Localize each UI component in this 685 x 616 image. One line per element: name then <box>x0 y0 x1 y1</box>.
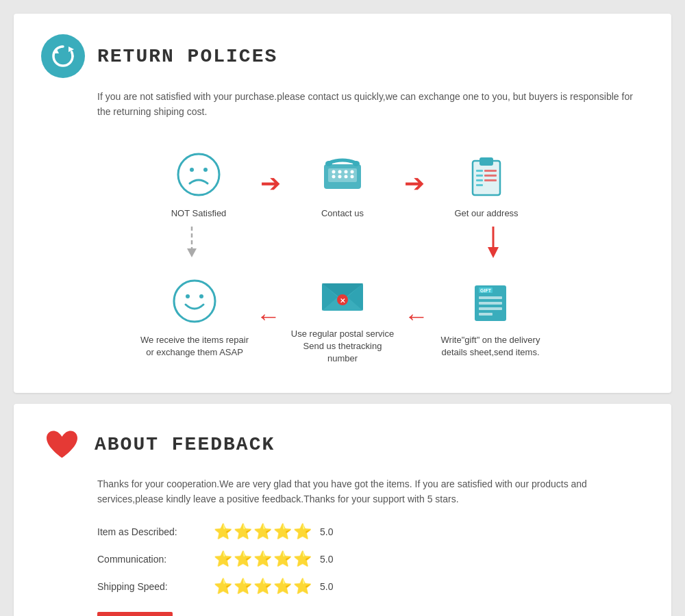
vertical-arrows-row <box>41 227 644 261</box>
get-address-label: Get our address <box>454 207 518 220</box>
svg-rect-22 <box>476 179 483 181</box>
ratings-table: Item as Described: ⭐ ⭐ ⭐ ⭐ ⭐ 5.0 Communi… <box>97 523 644 595</box>
submit-button[interactable]: Submit <box>97 612 173 616</box>
svg-rect-45 <box>479 307 502 310</box>
feedback-card: ABOUT FEEDBACK Thanks for your cooperati… <box>14 404 671 616</box>
score-shipping: 5.0 <box>320 581 333 592</box>
star-2: ⭐ <box>234 578 252 595</box>
star-4: ⭐ <box>273 550 292 568</box>
svg-point-14 <box>351 175 354 178</box>
star-3: ⭐ <box>253 550 272 568</box>
star-1: ⭐ <box>214 550 232 568</box>
svg-point-11 <box>332 175 336 178</box>
not-satisfied-item: NOT Satisfied <box>144 147 253 220</box>
stars-shipping: ⭐ ⭐ ⭐ ⭐ ⭐ <box>214 578 312 595</box>
star-4: ⭐ <box>273 523 292 541</box>
dashed-down-arrow <box>182 227 202 261</box>
feedback-header: ABOUT FEEDBACK <box>41 424 644 465</box>
rating-row-communication: Communication: ⭐ ⭐ ⭐ ⭐ ⭐ 5.0 <box>97 550 644 568</box>
postal-service-label: Use regular postal serviceSend us thetra… <box>288 328 397 365</box>
star-2: ⭐ <box>234 523 252 541</box>
svg-rect-24 <box>484 170 497 172</box>
submit-note: Thanks for your supportwith 5stars <box>186 613 280 616</box>
feedback-title: ABOUT FEEDBACK <box>95 434 275 455</box>
write-gift-label: Write"gift" on the deliverydetails sheet… <box>441 334 540 359</box>
flow-diagram: NOT Satisfied ➔ <box>41 140 644 372</box>
contact-us-label: Contact us <box>321 207 364 220</box>
return-header: RETURN POLICES <box>41 34 644 78</box>
phone-icon <box>315 147 370 202</box>
down-arrow-solid-col <box>438 227 548 261</box>
heart-icon <box>41 424 82 465</box>
rating-row-item-described: Item as Described: ⭐ ⭐ ⭐ ⭐ ⭐ 5.0 <box>97 523 644 541</box>
get-address-item: Get our address <box>432 147 541 220</box>
svg-point-4 <box>203 168 208 172</box>
svg-rect-17 <box>473 161 500 195</box>
star-4: ⭐ <box>273 578 292 595</box>
solid-down-arrow <box>483 227 503 261</box>
star-1: ⭐ <box>214 523 232 541</box>
clipboard-icon <box>459 147 514 202</box>
happy-face-icon <box>167 274 222 329</box>
svg-rect-44 <box>479 302 502 305</box>
write-gift-item: GIFT Write"gift" on the deliverydetails … <box>436 274 545 359</box>
return-description: If you are not satisfied with your purch… <box>97 89 644 120</box>
flow-row-2: We receive the items repairor exchange t… <box>41 268 644 365</box>
svg-point-32 <box>186 294 190 298</box>
score-item-described: 5.0 <box>320 526 333 537</box>
contact-us-item: Contact us <box>288 147 397 220</box>
svg-point-3 <box>190 168 194 172</box>
svg-rect-43 <box>479 296 502 299</box>
flow-row-1: NOT Satisfied ➔ <box>41 147 644 220</box>
svg-rect-21 <box>476 175 483 177</box>
arrow-left-2: ← <box>404 304 429 329</box>
arrow-right-2: ➔ <box>404 171 425 196</box>
svg-rect-20 <box>476 170 483 172</box>
stars-item-described: ⭐ ⭐ ⭐ ⭐ ⭐ <box>214 523 312 541</box>
rating-label-item: Item as Described: <box>97 526 214 537</box>
arrow-left-1: ← <box>256 304 281 329</box>
rating-label-communication: Communication: <box>97 554 214 565</box>
rating-label-shipping: Shipping Speed: <box>97 581 214 592</box>
svg-point-8 <box>338 170 342 173</box>
svg-rect-23 <box>476 184 483 186</box>
svg-point-16 <box>353 161 360 166</box>
svg-point-2 <box>178 154 219 195</box>
star-2: ⭐ <box>234 550 252 568</box>
svg-marker-30 <box>488 247 499 258</box>
envelope-icon: ✕ <box>315 268 370 322</box>
svg-marker-28 <box>187 248 197 257</box>
postal-service-item: ✕ Use regular postal serviceSend us thet… <box>288 268 397 365</box>
sad-face-icon <box>171 147 226 202</box>
svg-text:GIFT: GIFT <box>480 288 492 293</box>
rating-row-shipping: Shipping Speed: ⭐ ⭐ ⭐ ⭐ ⭐ 5.0 <box>97 578 644 595</box>
svg-rect-19 <box>480 157 493 166</box>
svg-point-10 <box>351 170 354 173</box>
receive-items-item: We receive the items repairor exchange t… <box>140 274 249 359</box>
svg-point-33 <box>199 294 203 298</box>
svg-rect-26 <box>484 179 497 181</box>
sync-icon <box>49 42 77 70</box>
star-5: ⭐ <box>293 578 312 595</box>
svg-point-13 <box>345 175 348 178</box>
gift-clipboard-icon: GIFT <box>463 274 518 329</box>
down-arrow-dashed-col <box>137 227 247 261</box>
svg-rect-46 <box>479 313 493 316</box>
arrow-right-1: ➔ <box>260 171 281 196</box>
submit-area: Submit Thanks for your supportwith 5star… <box>97 612 644 616</box>
not-satisfied-label: NOT Satisfied <box>171 207 227 220</box>
return-icon-circle <box>41 34 85 78</box>
svg-point-12 <box>338 175 342 178</box>
star-3: ⭐ <box>253 523 272 541</box>
star-1: ⭐ <box>214 578 232 595</box>
return-title: RETURN POLICES <box>97 46 277 67</box>
return-policies-card: RETURN POLICES If you are not satisfied … <box>14 14 671 393</box>
receive-items-label: We receive the items repairor exchange t… <box>140 334 249 359</box>
feedback-description: Thanks for your cooperation.We are very … <box>97 476 644 507</box>
svg-point-7 <box>332 170 336 173</box>
svg-rect-25 <box>484 175 497 177</box>
star-3: ⭐ <box>253 578 272 595</box>
svg-point-9 <box>345 170 348 173</box>
svg-point-31 <box>174 281 215 322</box>
stars-communication: ⭐ ⭐ ⭐ ⭐ ⭐ <box>214 550 312 568</box>
